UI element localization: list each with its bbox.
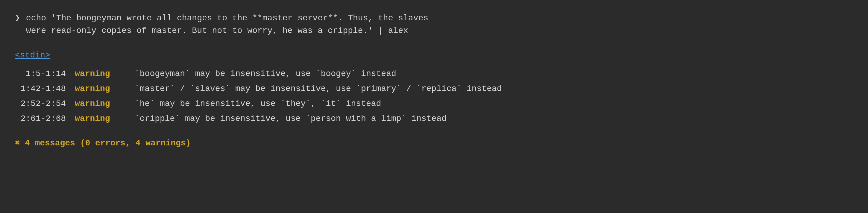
warning-message: `boogeyman` may be insensitive, use `boo… — [135, 68, 853, 80]
table-row: 2:52-2:54 warning `he` may be insensitiv… — [15, 97, 853, 110]
table-row: 1:42-1:48 warning `master` / `slaves` ma… — [15, 83, 853, 95]
command-line2: were read-only copies of master. But not… — [26, 26, 408, 35]
warning-message: `master` / `slaves` may be insensitive, … — [135, 83, 853, 95]
warning-label: warning — [75, 97, 135, 110]
prompt-arrow: ❯ — [15, 12, 20, 37]
table-row: 2:61-2:68 warning `cripple` may be insen… — [15, 113, 853, 125]
line-ref: 1:5-1:14 — [15, 68, 75, 80]
cross-icon: ✖ — [15, 137, 20, 150]
terminal: ❯ echo 'The boogeyman wrote all changes … — [15, 12, 853, 150]
warning-message: `cripple` may be insensitive, use `perso… — [135, 113, 853, 125]
warnings-table: 1:5-1:14 warning `boogeyman` may be inse… — [15, 68, 853, 125]
table-row: 1:5-1:14 warning `boogeyman` may be inse… — [15, 68, 853, 80]
warning-label: warning — [75, 113, 135, 125]
line-ref: 2:52-2:54 — [15, 97, 75, 110]
line-ref: 1:42-1:48 — [15, 83, 75, 95]
summary-text: 4 messages (0 errors, 4 warnings) — [25, 137, 191, 150]
line-ref: 2:61-2:68 — [15, 113, 75, 125]
warning-message: `he` may be insensitive, use `they`, `it… — [135, 97, 853, 110]
stdin-label: <stdin> — [15, 49, 853, 62]
summary-line: ✖ 4 messages (0 errors, 4 warnings) — [15, 137, 853, 150]
warning-label: warning — [75, 83, 135, 95]
warning-label: warning — [75, 68, 135, 80]
command-line1: echo 'The boogeyman wrote all changes to… — [26, 13, 428, 23]
command-text: echo 'The boogeyman wrote all changes to… — [26, 12, 853, 37]
stdin-section: <stdin> 1:5-1:14 warning `boogeyman` may… — [15, 49, 853, 125]
command-block: ❯ echo 'The boogeyman wrote all changes … — [15, 12, 853, 37]
